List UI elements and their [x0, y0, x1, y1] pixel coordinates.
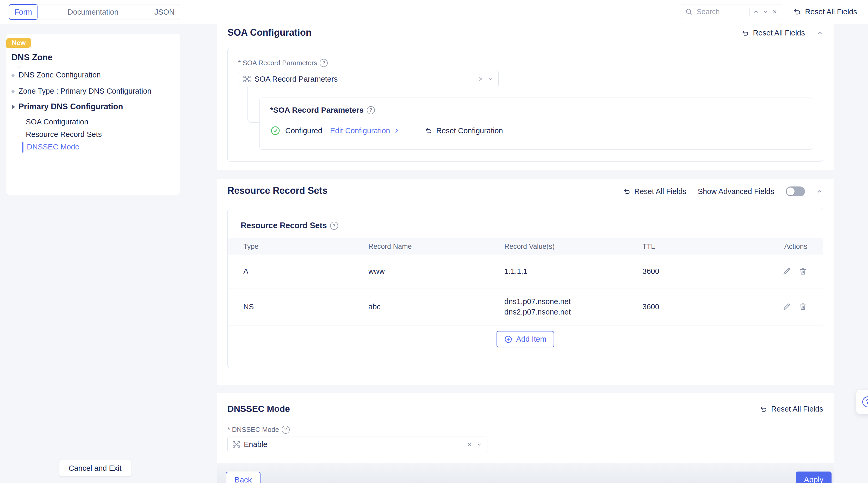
- cell-ttl: 3600: [642, 303, 750, 311]
- sidebar-item-zone-type[interactable]: Zone Type : Primary DNS Configuration: [19, 87, 151, 95]
- edit-configuration-link[interactable]: Edit Configuration: [330, 126, 400, 135]
- clear-icon[interactable]: [466, 441, 472, 448]
- soa-nested-label-text: *SOA Record Parameters: [270, 106, 364, 114]
- dnssec-field-label: * DNSSEC Mode ?: [227, 426, 290, 434]
- dnssec-field-label-text: * DNSSEC Mode: [227, 426, 279, 434]
- clear-icon[interactable]: [477, 76, 484, 82]
- chevron-down-icon[interactable]: [476, 441, 483, 448]
- collapse-chevron-icon[interactable]: [816, 188, 823, 195]
- sidebar-item-primary-dns-configuration[interactable]: Primary DNS Configuration: [19, 102, 123, 111]
- main-content: SOA Configuration Reset All Fields * SOA…: [217, 24, 834, 483]
- tab-documentation[interactable]: Documentation: [37, 4, 149, 20]
- apply-button[interactable]: Apply: [796, 472, 832, 483]
- cell-record-value: 1.1.1.1: [504, 266, 642, 277]
- undo-icon: [623, 188, 631, 195]
- table-row: A www 1.1.1.1 3600: [228, 255, 823, 288]
- sidebar-divider-notch: [16, 63, 21, 68]
- rrs-table-title: Resource Record Sets ?: [241, 221, 338, 230]
- help-circle-icon: ?: [330, 222, 338, 230]
- edit-pencil-icon[interactable]: [782, 302, 791, 311]
- sidebar-item-dnssec-mode[interactable]: DNSSEC Mode: [27, 143, 79, 151]
- show-advanced-fields-toggle[interactable]: [786, 187, 805, 196]
- help-circle-icon: ?: [282, 426, 290, 434]
- collapse-chevron-icon[interactable]: [816, 30, 823, 36]
- dnssec-mode-section: DNSSEC Mode Reset All Fields * DNSSEC Mo…: [217, 393, 834, 463]
- search-next-icon[interactable]: [762, 9, 769, 15]
- reset-configuration-button[interactable]: Reset Configuration: [425, 126, 503, 135]
- soa-nested-label: *SOA Record Parameters ?: [270, 106, 375, 114]
- soa-reset-all-fields-button[interactable]: Reset All Fields: [742, 29, 805, 37]
- sidebar-item-dns-zone-configuration[interactable]: DNS Zone Configuration: [19, 71, 101, 79]
- soa-configuration-section: SOA Configuration Reset All Fields * SOA…: [217, 24, 834, 170]
- search-divider: [749, 8, 750, 16]
- rrs-table-card: Resource Record Sets ? Type Record Name …: [227, 208, 823, 368]
- soa-record-parameters-dropdown[interactable]: SOA Record Parameters: [238, 71, 499, 87]
- dnssec-mode-dropdown[interactable]: Enable: [227, 436, 487, 452]
- tab-form[interactable]: Form: [9, 4, 37, 20]
- soa-nested-card: *SOA Record Parameters ? Configured Edit…: [259, 97, 812, 150]
- rrs-section-title: Resource Record Sets: [227, 185, 328, 196]
- chevron-right-icon: [393, 127, 400, 134]
- soa-section-title: SOA Configuration: [227, 27, 312, 38]
- undo-icon: [425, 127, 433, 135]
- table-row: NS abc dns1.p07.nsone.net dns2.p07.nsone…: [228, 288, 823, 325]
- question-mark-icon: ?: [862, 396, 868, 407]
- search-box[interactable]: [681, 4, 782, 19]
- tree-dot-icon: [11, 90, 14, 93]
- reset-all-fields-button[interactable]: Reset All Fields: [793, 7, 857, 16]
- dnssec-reset-all-fields-button[interactable]: Reset All Fields: [760, 405, 823, 414]
- search-prev-icon[interactable]: [753, 9, 759, 15]
- cell-type: A: [243, 267, 368, 276]
- column-header-type: Type: [243, 243, 368, 251]
- back-button[interactable]: Back: [226, 472, 260, 483]
- plus-circle-icon: [504, 335, 513, 343]
- sidebar-divider: [6, 66, 180, 66]
- tree-arrow-icon: [12, 105, 15, 109]
- help-circle-icon: ?: [320, 59, 328, 67]
- search-icon: [685, 8, 693, 16]
- mapping-icon: [232, 441, 240, 448]
- show-advanced-fields-label: Show Advanced Fields: [698, 187, 774, 196]
- rrs-reset-all-fields-button[interactable]: Reset All Fields: [623, 187, 686, 196]
- cell-record-name: www: [368, 267, 504, 276]
- tab-json[interactable]: JSON: [149, 4, 180, 20]
- mapping-icon: [243, 75, 251, 83]
- undo-icon: [742, 29, 749, 37]
- delete-trash-icon[interactable]: [799, 267, 807, 276]
- column-header-ttl: TTL: [642, 243, 750, 251]
- soa-field-label: * SOA Record Parameters ?: [238, 59, 328, 67]
- chevron-down-icon[interactable]: [487, 76, 494, 82]
- add-item-button[interactable]: Add Item: [497, 331, 554, 347]
- help-circle-icon: ?: [367, 106, 375, 114]
- search-clear-icon[interactable]: [772, 9, 778, 15]
- new-badge: New: [6, 38, 31, 48]
- dnssec-section-title: DNSSEC Mode: [227, 404, 290, 414]
- help-button[interactable]: ?: [856, 390, 868, 414]
- form-footer: Back Apply: [217, 463, 834, 483]
- edit-pencil-icon[interactable]: [782, 267, 791, 276]
- nested-connector-line: [247, 87, 260, 122]
- soa-field-label-text: * SOA Record Parameters: [238, 59, 317, 67]
- cell-record-value: dns1.p07.nsone.net: [504, 296, 642, 307]
- column-header-record-name: Record Name: [368, 243, 504, 251]
- column-header-record-values: Record Value(s): [504, 243, 642, 251]
- topbar: Form Documentation JSON Reset All Fi: [0, 0, 868, 24]
- delete-trash-icon[interactable]: [799, 302, 807, 311]
- rrs-table-title-text: Resource Record Sets: [241, 221, 327, 230]
- tree-dot-icon: [11, 74, 14, 77]
- cancel-and-exit-button[interactable]: Cancel and Exit: [59, 460, 131, 477]
- configured-check-icon: [270, 125, 281, 136]
- resource-record-sets-section: Resource Record Sets Reset All Fields Sh…: [217, 179, 834, 385]
- soa-reset-label: Reset All Fields: [753, 29, 805, 37]
- undo-icon: [760, 405, 768, 413]
- column-header-actions: Actions: [750, 243, 807, 251]
- cell-record-name: abc: [368, 303, 504, 311]
- reset-configuration-label: Reset Configuration: [436, 126, 503, 135]
- sidebar-item-resource-record-sets[interactable]: Resource Record Sets: [26, 130, 102, 139]
- sidebar-item-soa-configuration[interactable]: SOA Configuration: [26, 118, 88, 126]
- search-input[interactable]: [696, 7, 746, 16]
- add-item-label: Add Item: [516, 335, 546, 343]
- table-header-row: Type Record Name Record Value(s) TTL Act…: [228, 238, 823, 255]
- dnssec-dropdown-value: Enable: [244, 440, 463, 449]
- status-badge: Configured: [285, 126, 322, 135]
